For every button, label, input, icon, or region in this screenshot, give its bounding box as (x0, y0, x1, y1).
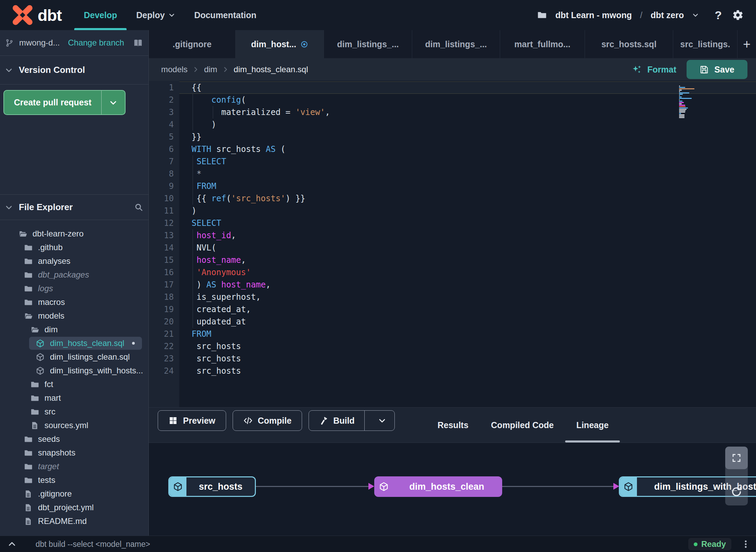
file-tree-item-target[interactable]: target (0, 460, 148, 473)
indent-guide (193, 155, 193, 205)
code-line[interactable]: created_at, (192, 303, 735, 316)
file-tree-item-dbt-learn-zero[interactable]: dbt-learn-zero (0, 227, 148, 241)
file-tree-item-dim-hosts-clean-sql[interactable]: dim_hosts_clean.sql (0, 336, 148, 350)
editor-tab-gitignore[interactable]: .gitignore (149, 30, 236, 58)
version-control-header[interactable]: Version Control (0, 56, 148, 85)
file-tree-item-github[interactable]: .github (0, 241, 148, 254)
breadcrumb-item[interactable]: models (161, 65, 187, 74)
file-explorer-header[interactable]: File Explorer (0, 194, 148, 220)
lineage-node-src-hosts[interactable]: src_hosts (168, 476, 256, 497)
code-line[interactable]: {{ (192, 81, 735, 94)
create-pull-request-label[interactable]: Create pull request (4, 91, 102, 114)
panel-tab-results[interactable]: Results (426, 408, 480, 442)
file-tree-item-sources-yml[interactable]: sources.yml (0, 419, 148, 432)
code-line[interactable]: src_hosts (192, 352, 735, 365)
code-line[interactable]: is_superhost, (192, 291, 735, 303)
docs-book-icon[interactable] (133, 38, 143, 48)
new-tab-button[interactable]: + (738, 30, 756, 58)
editor-tab-mart-fullmo[interactable]: mart_fullmo... (500, 30, 585, 58)
editor-tab-src-listings[interactable]: src_listings. (673, 30, 738, 58)
model-icon (623, 482, 634, 492)
project-name[interactable]: dbt zero (651, 10, 684, 20)
branch-row: mwong-d... Change branch (0, 30, 148, 56)
editor-tab-src-hosts-sql[interactable]: src_hosts.sql (585, 30, 673, 58)
build-button[interactable]: Build (309, 410, 395, 431)
refresh-icon[interactable] (730, 486, 743, 498)
kebab-menu-icon[interactable] (741, 539, 751, 549)
file-tree-item-dbt-packages[interactable]: dbt_packages (0, 268, 148, 282)
account-name[interactable]: dbt Learn - mwong (555, 10, 632, 20)
help-button[interactable]: ? (715, 9, 722, 22)
nav-item-develop[interactable]: Develop (84, 0, 117, 30)
build-dropdown-button[interactable] (370, 411, 394, 431)
code-line[interactable]: src_hosts (192, 340, 735, 352)
file-tree-item-mart[interactable]: mart (0, 391, 148, 405)
pull-request-dropdown[interactable] (102, 91, 125, 114)
file-name: seeds (38, 434, 60, 444)
file-tree-item-macros[interactable]: macros (0, 295, 148, 309)
file-tree-item-dim-listings-with-hosts[interactable]: dim_listings_with_hosts... (0, 364, 148, 377)
code-line[interactable]: materialized = 'view', (192, 106, 735, 118)
minimap[interactable] (679, 86, 698, 118)
file-tree-item-models[interactable]: models (0, 309, 148, 323)
code-line[interactable]: config( (192, 94, 735, 106)
code-line[interactable]: }} (192, 131, 735, 143)
project-chevron-down-icon[interactable] (692, 12, 699, 18)
file-tree-item-analyses[interactable]: analyses (0, 254, 148, 268)
file-name: .github (38, 243, 63, 252)
line-number: 22 (149, 340, 174, 352)
file-tree-item-seeds[interactable]: seeds (0, 432, 148, 446)
panel-tab-compiled-code[interactable]: Compiled Code (480, 408, 565, 442)
breadcrumb-item[interactable]: dim_hosts_clean.sql (234, 65, 308, 74)
code-line[interactable]: FROM (192, 180, 735, 192)
code-line[interactable]: src_hosts (192, 365, 735, 377)
file-tree-item-dbt-project-yml[interactable]: dbt_project.yml (0, 501, 148, 514)
line-number: 5 (149, 131, 174, 143)
code-line[interactable]: updated_at (192, 316, 735, 328)
compile-button[interactable]: Compile (233, 410, 302, 431)
code-line[interactable]: WITH src_hosts AS ( (192, 143, 735, 155)
file-tree-item-tests[interactable]: tests (0, 473, 148, 487)
code-line[interactable]: ) AS host_name, (192, 279, 735, 291)
lineage-edge (502, 486, 614, 487)
code-line[interactable]: SELECT (192, 217, 735, 229)
file-tree-item-dim[interactable]: dim (0, 323, 148, 336)
file-tree-item-gitignore[interactable]: .gitignore (0, 487, 148, 501)
editor-tab-dim-listings[interactable]: dim_listings_... (412, 30, 500, 58)
file-tree-item-snapshots[interactable]: snapshots (0, 446, 148, 460)
create-pull-request-button[interactable]: Create pull request (3, 90, 126, 115)
code-editor[interactable]: 123456789101112131415161718192021222324 … (149, 81, 756, 407)
code-line[interactable]: SELECT (192, 155, 735, 168)
settings-gear-icon[interactable] (732, 9, 744, 21)
save-button[interactable]: Save (687, 60, 747, 79)
nav-item-documentation[interactable]: Documentation (194, 0, 257, 30)
code-line[interactable]: host_id, (192, 229, 735, 242)
change-branch-link[interactable]: Change branch (68, 38, 124, 48)
file-tree-item-readme-md[interactable]: README.md (0, 514, 148, 528)
preview-button[interactable]: Preview (158, 410, 226, 431)
code-line[interactable]: NVL( (192, 242, 735, 254)
file-tree-item-dim-listings-clean-sql[interactable]: dim_listings_clean.sql (0, 350, 148, 364)
code-line[interactable]: * (192, 168, 735, 180)
command-input[interactable]: dbt build --select <model_name> (36, 536, 150, 552)
code-line[interactable]: host_name, (192, 254, 735, 266)
fullscreen-expand-button[interactable] (725, 447, 748, 469)
panel-tab-lineage[interactable]: Lineage (565, 408, 620, 442)
file-tree-item-fct[interactable]: fct (0, 377, 148, 391)
format-button[interactable]: Format (631, 64, 676, 75)
file-tree-item-logs[interactable]: logs (0, 282, 148, 295)
breadcrumb-item[interactable]: dim (204, 65, 217, 74)
code-line[interactable]: FROM (192, 328, 735, 340)
dbt-brand[interactable]: dbt (12, 5, 62, 25)
file-tree-item-src[interactable]: src (0, 405, 148, 419)
code-line[interactable]: ) (192, 118, 735, 131)
code-line[interactable]: ) (192, 205, 735, 217)
search-icon[interactable] (134, 203, 143, 212)
lineage-node-dim-hosts-clean[interactable]: dim_hosts_clean (374, 476, 502, 497)
editor-tab-dim-host[interactable]: dim_host... (236, 30, 324, 58)
nav-item-deploy[interactable]: Deploy (136, 0, 175, 30)
editor-tab-dim-listings[interactable]: dim_listings_... (324, 30, 412, 58)
chevron-up-icon[interactable] (8, 540, 16, 549)
code-line[interactable]: {{ ref('src_hosts') }} (192, 192, 735, 205)
code-line[interactable]: 'Anonymous' (192, 266, 735, 279)
